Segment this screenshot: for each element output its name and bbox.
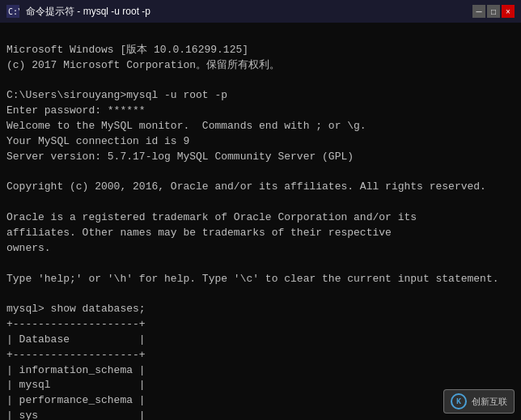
line-oracle-2: affiliates. Other names may be trademark… [6, 227, 392, 239]
line-show-db-cmd: mysql> show databases; [6, 303, 146, 315]
db-row-1: | information_schema | [6, 364, 146, 376]
table-top: +--------------------+ [6, 318, 146, 330]
terminal-body[interactable]: Microsoft Windows [版本 10.0.16299.125] (c… [0, 23, 521, 420]
line-server-ver: Server version: 5.7.17-log MySQL Communi… [6, 151, 354, 163]
minimize-button[interactable]: ─ [472, 5, 485, 18]
close-button[interactable]: × [502, 5, 515, 18]
svg-text:C:\: C:\ [8, 7, 19, 16]
line-copyright-ms: (c) 2017 Microsoft Corporation。保留所有权利。 [6, 59, 280, 71]
maximize-button[interactable]: □ [487, 5, 500, 18]
db-row-3: | performance_schema | [6, 394, 146, 406]
window-title: 命令提示符 - mysql -u root -p [26, 5, 466, 19]
title-bar: C:\ 命令提示符 - mysql -u root -p ─ □ × [0, 0, 521, 23]
table-sep: +--------------------+ [6, 349, 146, 361]
line-oracle-3: owners. [6, 242, 51, 254]
watermark-badge: K 创新互联 [443, 389, 515, 414]
window-icon: C:\ [6, 5, 19, 18]
line-password: Enter password: ****** [6, 104, 146, 117]
line-help: Type 'help;' or '\h' for help. Type '\c'… [6, 273, 499, 285]
db-row-2: | mysql | [6, 379, 146, 391]
line-win-version: Microsoft Windows [版本 10.0.16299.125] [6, 44, 248, 56]
table-header: | Database | [6, 333, 146, 346]
line-mysql-cmd: C:\Users\sirouyang>mysql -u root -p [6, 89, 227, 101]
line-copyright: Copyright (c) 2000, 2016, Oracle and/or … [6, 180, 486, 193]
cmd-window: C:\ 命令提示符 - mysql -u root -p ─ □ × Micro… [0, 0, 521, 420]
watermark-logo: K [451, 393, 467, 409]
watermark-text: 创新互联 [472, 396, 507, 408]
db-row-4: | sys | [6, 409, 146, 420]
line-welcome: Welcome to the MySQL monitor. Commands e… [6, 120, 366, 132]
terminal-output: Microsoft Windows [版本 10.0.16299.125] (c… [6, 28, 515, 420]
line-conn-id: Your MySQL connection id is 9 [6, 135, 189, 147]
line-oracle-1: Oracle is a registered trademark of Orac… [6, 211, 417, 223]
window-controls: ─ □ × [472, 5, 515, 18]
